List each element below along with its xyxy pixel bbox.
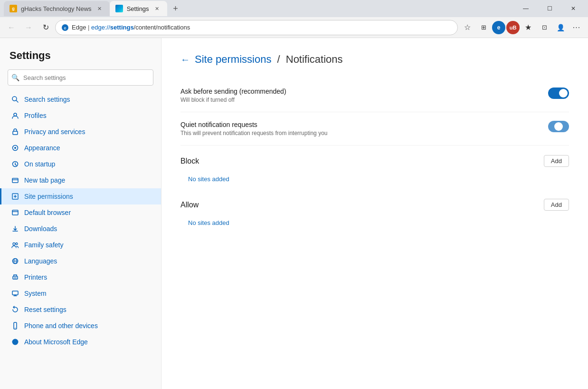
profile-button[interactable]: 👤 (553, 20, 568, 35)
printers-icon (11, 273, 19, 282)
svg-rect-5 (13, 131, 18, 135)
ghacks-favicon: g (9, 5, 17, 12)
search-icon: 🔍 (11, 74, 19, 81)
sidebar-item-startup[interactable]: On startup (0, 156, 161, 172)
allow-empty-text: No sites added (180, 214, 569, 231)
sidebar-item-search-settings[interactable]: Search settings (0, 91, 161, 107)
sidebar-item-family-safety[interactable]: Family safety (0, 237, 161, 253)
browser-window: g gHacks Technology News ✕ Settings ✕ + … (0, 0, 588, 389)
search-input[interactable] (8, 69, 153, 86)
block-section-header: Block Add (180, 155, 569, 167)
page-title: Site permissions / Notifications (195, 53, 343, 66)
sidebar-item-about[interactable]: About Microsoft Edge (0, 334, 161, 350)
quiet-notifications-row: Quiet notification requests This will pr… (180, 112, 569, 146)
quiet-notifications-desc: This will prevent notification requests … (180, 130, 548, 136)
svg-rect-14 (12, 210, 18, 215)
sidebar-item-phone[interactable]: Phone and other devices (0, 318, 161, 334)
sidebar-item-privacy[interactable]: Privacy and services (0, 124, 161, 140)
sidebar-label-downloads: Downloads (24, 225, 57, 233)
sidebar-item-languages[interactable]: Languages (0, 253, 161, 269)
settings-favicon (115, 5, 123, 12)
svg-point-7 (14, 147, 16, 149)
sidebar-item-default-browser[interactable]: Default browser (0, 204, 161, 221)
svg-text:e: e (64, 26, 66, 30)
sidebar-label-new-tab: New tab page (24, 176, 65, 184)
sidebar-item-appearance[interactable]: Appearance (0, 140, 161, 156)
content-area: ← Site permissions / Notifications Ask b… (161, 38, 588, 389)
block-section: Block Add No sites added (180, 155, 569, 187)
quiet-notifications-info: Quiet notification requests This will pr… (180, 121, 548, 136)
sidebar-label-default-browser: Default browser (24, 209, 71, 216)
tab-ghacks[interactable]: g gHacks Technology News ✕ (4, 1, 110, 16)
allow-add-button[interactable]: Add (544, 199, 569, 211)
collections-button[interactable]: ⊞ (476, 20, 491, 35)
new-tab-button[interactable]: + (169, 2, 182, 15)
sidebar-label-site-permissions: Site permissions (24, 193, 73, 200)
sidebar-item-downloads[interactable]: Downloads (0, 221, 161, 237)
new-tab-icon (11, 176, 19, 185)
svg-point-30 (12, 339, 19, 345)
edge-extension-icon[interactable]: e (492, 21, 505, 34)
sidebar-label-privacy: Privacy and services (24, 128, 85, 136)
svg-point-18 (16, 243, 18, 245)
quiet-notifications-label: Quiet notification requests (180, 121, 548, 128)
sidebar-label-family-safety: Family safety (24, 241, 63, 249)
sidebar-item-profiles[interactable]: Profiles (0, 107, 161, 124)
allow-title: Allow (180, 201, 199, 209)
sidebar-item-new-tab[interactable]: New tab page (0, 172, 161, 188)
phone-icon (11, 321, 19, 330)
block-add-button[interactable]: Add (544, 155, 569, 167)
maximize-button[interactable]: ☐ (539, 1, 560, 16)
quiet-notifications-slider (548, 121, 569, 132)
ask-before-sending-toggle[interactable] (548, 88, 569, 99)
profiles-icon (11, 111, 19, 120)
block-title: Block (180, 157, 199, 165)
sidebar-label-startup: On startup (24, 160, 55, 168)
default-browser-icon (11, 208, 19, 217)
favorites-star-button[interactable]: ★ (521, 20, 536, 35)
allow-section-header: Allow Add (180, 199, 569, 211)
allow-section: Allow Add No sites added (180, 199, 569, 231)
sidebar-label-search-settings: Search settings (24, 96, 70, 103)
forward-button[interactable]: → (21, 20, 36, 35)
system-icon (11, 289, 19, 298)
address-security-icon: e (61, 24, 69, 31)
svg-rect-25 (12, 291, 18, 295)
back-button[interactable]: ← (180, 54, 190, 65)
close-button[interactable]: ✕ (562, 1, 584, 16)
tab-settings[interactable]: Settings ✕ (110, 1, 167, 16)
block-empty-text: No sites added (180, 171, 569, 187)
sidebar-item-site-permissions[interactable]: Site permissions (0, 188, 161, 204)
address-protocol: edge:// (91, 24, 110, 31)
site-permissions-icon (11, 192, 19, 201)
sidebar-title: Settings (0, 46, 161, 69)
ublockorigin-icon[interactable]: uB (506, 21, 520, 34)
vertical-tabs-button[interactable]: ⊡ (537, 20, 552, 35)
tab-settings-title: Settings (127, 5, 149, 12)
tab-ghacks-close[interactable]: ✕ (95, 4, 104, 13)
svg-point-4 (14, 113, 17, 116)
more-button[interactable]: ··· (569, 20, 584, 35)
back-button[interactable]: ← (4, 20, 19, 35)
favorites-button[interactable]: ☆ (460, 20, 475, 35)
sidebar: Settings 🔍 Search settings Profiles (0, 38, 161, 389)
main-area: Settings 🔍 Search settings Profiles (0, 38, 588, 389)
address-bar[interactable]: e Edge | edge://settings/content/notific… (55, 20, 458, 35)
refresh-button[interactable]: ↻ (38, 20, 53, 35)
quiet-notifications-toggle[interactable] (548, 121, 569, 132)
tab-settings-close[interactable]: ✕ (153, 4, 161, 13)
svg-rect-9 (12, 178, 18, 183)
sidebar-item-reset[interactable]: Reset settings (0, 301, 161, 318)
page-header: ← Site permissions / Notifications (180, 53, 569, 66)
startup-icon (11, 160, 19, 168)
sidebar-label-phone: Phone and other devices (24, 322, 98, 330)
sidebar-item-printers[interactable]: Printers (0, 269, 161, 285)
appearance-icon (11, 144, 19, 152)
sidebar-item-system[interactable]: System (0, 285, 161, 301)
sidebar-label-printers: Printers (24, 273, 47, 281)
minimize-button[interactable]: — (515, 1, 537, 16)
ask-before-sending-label: Ask before sending (recommended) (180, 88, 548, 95)
title-bar: g gHacks Technology News ✕ Settings ✕ + … (0, 0, 588, 17)
search-box: 🔍 (8, 69, 153, 86)
svg-point-29 (15, 328, 15, 328)
